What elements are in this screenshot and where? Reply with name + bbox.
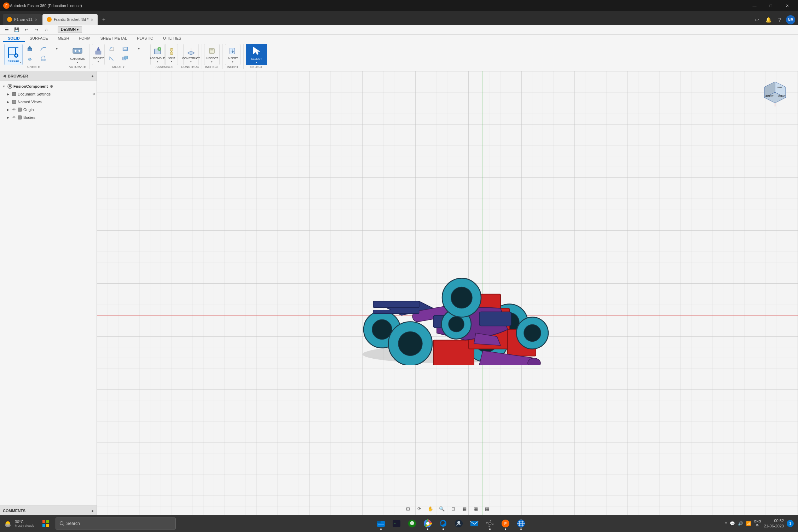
tree-item-origin[interactable]: ▶ 👁 Origin [0,106,97,114]
taskbar-app-outlook[interactable] [467,516,481,531]
tree-item-root[interactable]: ▼ FusionComponent ⚙ [0,82,97,90]
taskbar-app-settings[interactable] [483,516,497,531]
modify-more-button[interactable]: ▾ [132,44,145,53]
loft-button[interactable] [37,53,50,63]
tab-solid[interactable]: SOLID [3,35,25,42]
automate-button[interactable]: AUTOMATE ▾ [68,44,87,65]
tab-back-icon[interactable]: ↩ [752,15,762,25]
tab-surface[interactable]: SURFACE [25,35,53,42]
undo-button[interactable]: ↩ [23,26,30,34]
taskbar-app-fusion[interactable]: F [498,516,513,531]
tree-settings-icon-root[interactable]: ⚙ [50,85,53,88]
tree-arrow-views: ▶ [6,99,11,104]
tab-close-icon-2[interactable]: ✕ [91,18,93,22]
construct-group-label: CONSTRUCT [181,65,201,69]
fillet-button[interactable] [105,44,118,53]
svg-rect-46 [18,108,22,111]
tray-lang[interactable]: ENGIN [754,520,761,527]
browser-title: BROWSER [8,74,28,78]
extrude-button[interactable] [23,44,36,53]
display-mode-button[interactable]: ▦ [459,504,469,514]
viewport[interactable]: Z TOP FRONT RIGHT TOP FRONT RIGHT ⊞ ⟳ ✋ [97,71,798,515]
press-pull-button[interactable]: MODIFY ▾ [92,44,105,65]
joint-button[interactable]: JOINT ▾ [165,44,178,65]
tree-item-document-settings[interactable]: ▶ Document Settings ⚙ [0,90,97,98]
maximize-button[interactable]: □ [763,0,779,11]
home-button[interactable]: ⌂ [42,26,50,34]
taskbar-weather[interactable]: 30°C Mostly cloudy [0,519,37,528]
taskbar-app-steam[interactable] [452,516,466,531]
taskbar-app-gamepass[interactable] [405,516,419,531]
notification-icon[interactable]: 1 [787,520,794,527]
browser-pin-icon[interactable]: ● [91,74,94,78]
visual-style-button[interactable]: ▦ [471,504,481,514]
revolve-button[interactable] [23,53,36,63]
insert-button[interactable]: INSERT ▾ [225,44,241,65]
tab-help-icon[interactable]: ? [775,15,785,25]
svg-point-77 [451,287,472,308]
zoom-in-button[interactable]: 🔍 [437,504,447,514]
tab-notification-icon[interactable]: 🔔 [763,15,773,25]
tab-label-2: Frantic Snicket.f3d * [54,17,88,22]
tab-form[interactable]: FORM [74,35,95,42]
tab-close-icon[interactable]: ✕ [35,18,37,22]
comments-pin[interactable]: ● [91,509,94,513]
save-button[interactable]: 💾 [13,26,21,34]
taskbar-app-edge[interactable] [436,516,450,531]
sweep-button[interactable] [37,44,50,53]
tree-item-bodies[interactable]: ▶ 👁 Bodies [0,114,97,121]
redo-button[interactable]: ↪ [33,26,40,34]
environment-button[interactable]: ▦ [482,504,492,514]
browser-back-arrow[interactable]: ◀ [3,74,6,78]
grid-toggle-button[interactable]: ⊞ [403,504,413,514]
tree-gear-doc[interactable]: ⚙ [92,92,95,96]
hamburger-menu-button[interactable]: ☰ [3,26,11,34]
taskbar-app-chrome[interactable] [421,516,435,531]
tab-f1car[interactable]: F1 car v11 ✕ [3,14,42,25]
svg-rect-18 [96,51,101,54]
tray-caret[interactable]: ^ [725,521,727,526]
taskbar-app-explorer[interactable] [374,516,388,531]
chamfer-button[interactable] [105,53,118,63]
create-sketch-button[interactable]: CREATE ▾ [4,44,23,65]
minimize-button[interactable]: — [746,0,763,11]
app-logo: F [3,2,10,9]
design-dropdown-button[interactable]: DESIGN ▾ [58,26,82,33]
tab-sheetmetal[interactable]: SHEET METAL [96,35,132,42]
taskbar-app-globe[interactable] [514,516,528,531]
view-cube[interactable]: Z TOP FRONT RIGHT TOP FRONT RIGHT [759,78,791,110]
tab-mesh[interactable]: MESH [53,35,74,42]
create-more-button[interactable]: ▾ [50,44,63,53]
new-component-button[interactable]: ASSEMBLE ▾ [150,44,164,65]
weather-temp: 30°C [15,520,34,524]
toolbar-tabs: SOLID SURFACE MESH FORM SHEET METAL PLAS… [0,35,798,42]
tree-eye-bodies[interactable]: 👁 [11,115,16,120]
construct-plane-button[interactable]: CONSTRUCT ▾ [183,44,199,65]
fit-button[interactable]: ⊡ [448,504,458,514]
tray-network[interactable]: 📶 [746,521,751,526]
clock-display[interactable]: 00:52 21-06-2023 [764,518,784,529]
taskbar-app-terminal[interactable]: >_ [389,516,404,531]
tree-item-named-views[interactable]: ▶ Named Views [0,98,97,106]
tab-frantic[interactable]: Frantic Snicket.f3d * ✕ [42,14,98,25]
combine-button[interactable] [119,53,132,63]
tree-label-views: Named Views [18,100,95,104]
svg-point-31 [170,52,173,54]
orbit-button[interactable]: ⟳ [414,504,424,514]
close-button[interactable]: ✕ [779,0,795,11]
tray-volume[interactable]: 🔊 [738,521,743,526]
svg-point-11 [42,56,44,57]
start-button[interactable] [37,515,54,532]
svg-rect-99 [46,524,49,527]
tab-add-button[interactable]: + [98,14,109,25]
taskbar-search-box[interactable]: Search [56,517,176,530]
tray-chat[interactable]: 💬 [730,521,735,526]
select-button[interactable]: SELECT ▾ [246,44,267,65]
shell-button[interactable] [119,44,132,53]
pan-button[interactable]: ✋ [426,504,435,514]
user-avatar[interactable]: NB [786,15,795,24]
measure-button[interactable]: INSPECT ▾ [204,44,220,65]
tree-eye-origin[interactable]: 👁 [11,107,16,112]
tab-plastic[interactable]: PLASTIC [132,35,158,42]
tab-utilities[interactable]: UTILITIES [158,35,186,42]
